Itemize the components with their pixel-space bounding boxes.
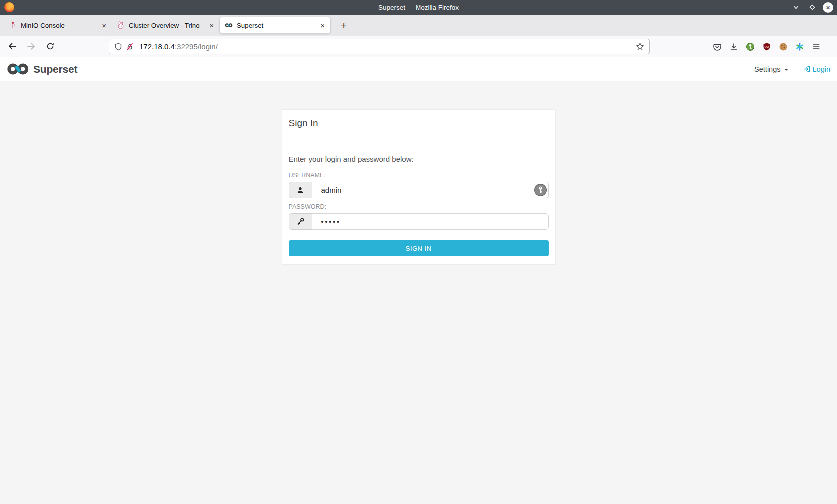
login-link[interactable]: Login — [803, 65, 830, 73]
tab-label: MinIO Console — [21, 22, 96, 29]
new-tab-button[interactable]: + — [338, 19, 350, 31]
sign-in-icon — [803, 65, 811, 73]
insecure-lock-icon[interactable] — [126, 43, 134, 51]
footer-divider — [5, 494, 832, 494]
keepassxc-extension-icon[interactable] — [746, 42, 755, 51]
forward-button[interactable] — [23, 38, 40, 54]
navigation-toolbar: 172.18.0.4:32295/login/ UO — [0, 36, 837, 57]
username-label: USERNAME: — [289, 172, 549, 179]
cookie-extension-icon[interactable] — [779, 42, 788, 51]
svg-text:UO: UO — [765, 45, 769, 48]
reload-button[interactable] — [42, 38, 59, 54]
close-window-button[interactable]: × — [823, 2, 833, 13]
settings-label: Settings — [754, 65, 780, 73]
window-titlebar: Superset — Mozilla Firefox × — [0, 0, 837, 15]
minio-favicon — [9, 21, 17, 29]
ublock-origin-icon[interactable]: UO — [762, 42, 771, 51]
menu-hamburger-icon[interactable] — [812, 42, 821, 51]
password-input[interactable] — [312, 213, 549, 230]
window-title: Superset — Mozilla Firefox — [0, 4, 837, 11]
trino-favicon — [117, 21, 125, 29]
reload-icon — [46, 42, 55, 51]
page-body: Sign In Enter your login and password be… — [0, 81, 837, 504]
minimize-button[interactable] — [791, 2, 801, 13]
tab-minio-console[interactable]: MinIO Console × — [4, 15, 112, 36]
tracking-shield-icon[interactable] — [114, 43, 122, 51]
diamond-icon — [809, 4, 816, 11]
key-icon — [296, 217, 305, 226]
superset-navbar: Superset Settings Login — [0, 57, 837, 81]
back-arrow-icon — [7, 41, 17, 51]
superset-favicon — [225, 21, 233, 29]
tab-trino-cluster-overview[interactable]: Cluster Overview - Trino × — [112, 15, 219, 36]
asterisk-extension-icon[interactable] — [795, 42, 804, 51]
tab-label: Superset — [237, 22, 315, 29]
sign-in-button[interactable]: SIGN IN — [289, 240, 549, 256]
tab-close-icon[interactable]: × — [208, 21, 215, 30]
password-addon — [289, 213, 312, 230]
card-subtitle: Enter your login and password below: — [289, 155, 549, 163]
bookmark-star-icon[interactable] — [636, 42, 644, 51]
forward-arrow-icon — [26, 41, 36, 51]
tab-bar: MinIO Console × Cluster Overview - Trino… — [0, 15, 837, 36]
tab-close-icon[interactable]: × — [319, 21, 326, 30]
pocket-icon[interactable] — [713, 42, 722, 51]
tab-superset-active[interactable]: Superset × — [219, 17, 331, 34]
login-label: Login — [813, 65, 830, 73]
superset-logo-icon — [7, 63, 30, 75]
password-label: PASSWORD: — [289, 203, 549, 210]
chevron-down-icon — [784, 69, 788, 71]
back-button[interactable] — [4, 38, 21, 54]
settings-menu[interactable]: Settings — [754, 65, 788, 73]
chevron-down-icon — [793, 4, 799, 11]
downloads-icon[interactable] — [729, 42, 738, 51]
tab-close-icon[interactable]: × — [100, 21, 108, 30]
url-path: :32295/login/ — [175, 42, 218, 51]
user-icon — [296, 186, 304, 194]
url-bar[interactable]: 172.18.0.4:32295/login/ — [109, 39, 650, 54]
superset-brand[interactable]: Superset — [7, 63, 77, 75]
maximize-button[interactable] — [807, 2, 817, 13]
url-host: 172.18.0.4 — [140, 42, 175, 51]
card-title: Sign In — [289, 114, 549, 135]
keepassxc-field-icon[interactable] — [534, 183, 547, 197]
password-input-group — [289, 213, 549, 230]
sign-in-card: Sign In Enter your login and password be… — [282, 109, 556, 265]
username-addon — [289, 182, 312, 198]
username-input[interactable] — [312, 182, 549, 198]
url-text[interactable]: 172.18.0.4:32295/login/ — [140, 42, 632, 51]
username-input-group — [289, 182, 549, 198]
brand-name: Superset — [33, 63, 77, 75]
tab-label: Cluster Overview - Trino — [129, 22, 204, 29]
firefox-icon — [4, 2, 15, 13]
